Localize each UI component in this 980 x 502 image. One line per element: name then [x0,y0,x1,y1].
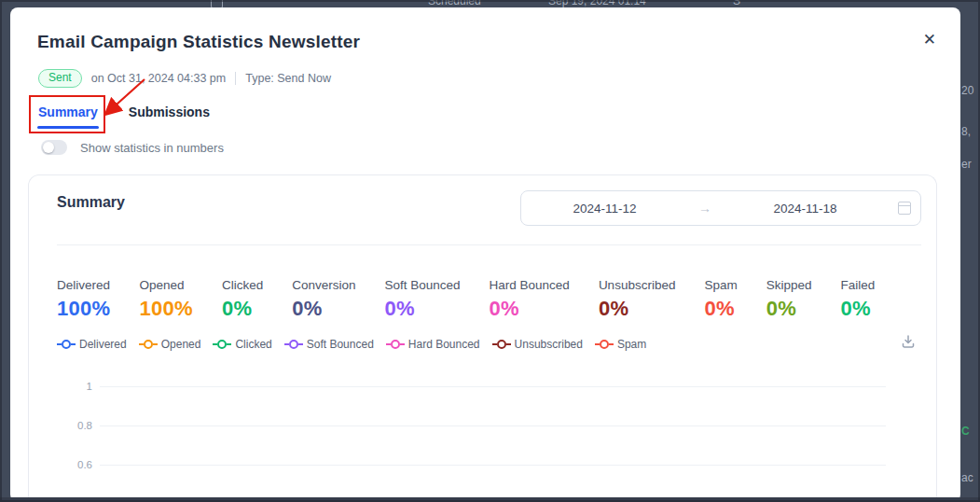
backdrop-status-text: Scheduled [428,0,481,7]
y-axis-tick-label: 0.8 [29,420,100,431]
legend-dot-icon [391,340,400,349]
legend-line-icon [153,343,158,345]
download-chart-button[interactable] [901,334,916,353]
toggle-knob [43,142,54,153]
meta-divider [235,72,236,85]
chart-gridline [100,386,886,387]
legend-dot-icon [62,340,71,349]
stat-item: Hard Bounced 0% [490,278,570,321]
arrow-right-icon: → [688,201,722,216]
campaign-type-text: Type: Send Now [245,72,331,85]
legend-item[interactable]: Soft Bounced [284,338,374,351]
legend-line-icon [609,343,614,345]
legend-dot-icon [497,340,506,349]
stat-label: Spam [704,278,737,292]
legend-label: Delivered [79,338,127,351]
stat-value: 0% [841,297,876,321]
stat-item: Clicked 0% [222,278,263,321]
stat-label: Soft Bounced [385,278,461,292]
stat-label: Skipped [766,278,812,292]
y-axis-tick-label: 1 [29,381,100,392]
legend-item[interactable]: Clicked [213,338,271,351]
stat-label: Delivered [57,278,110,292]
legend-line-icon [71,343,76,345]
legend-line-icon [298,343,303,345]
legend-line-icon [139,343,144,345]
legend-label: Opened [161,338,201,351]
stat-value: 100% [57,297,110,321]
stat-item: Soft Bounced 0% [385,278,461,321]
annotation-highlight-box [29,95,105,133]
stat-label: Hard Bounced [490,278,570,292]
date-range-end[interactable]: 2024-11-18 [722,202,889,216]
stat-value: 0% [292,297,355,321]
legend-item[interactable]: Opened [139,338,201,351]
stat-value: 100% [139,297,192,321]
backdrop-text-fragment: er [961,158,972,171]
stat-value: 0% [766,297,812,321]
close-icon[interactable]: ✕ [923,32,936,48]
backdrop-text-fragment: 20 [961,84,973,97]
stat-item: Failed 0% [841,278,876,321]
legend-item[interactable]: Hard Bounced [386,338,480,351]
stat-label: Clicked [222,278,263,292]
campaign-statistics-modal: Email Campaign Statistics Newsletter ✕ S… [10,7,960,502]
stat-value: 0% [222,297,263,321]
legend-line-icon [400,343,405,345]
annotation-arrow-icon [99,73,155,124]
campaign-meta-row: Sent on Oct 31, 2024 04:33 pm Type: Send… [38,69,331,88]
download-icon [901,334,916,349]
stat-value: 0% [490,297,570,321]
chart-grid-row: 0.8 [29,406,936,445]
status-badge: Sent [38,69,82,88]
stat-label: Conversion [292,278,355,292]
legend-item[interactable]: Delivered [57,338,127,351]
toggle-label: Show statistics in numbers [80,141,224,155]
calendar-icon[interactable] [889,202,920,215]
chart-gridline [100,425,886,426]
date-range-start[interactable]: 2024-11-12 [521,202,688,216]
chart-legend: Delivered Opened Clicked [57,338,646,351]
legend-label: Hard Bounced [408,338,480,351]
chart-grid-row: 0.6 [29,445,936,484]
chart-grid-row: 1 [29,367,936,406]
stat-item: Unsubscribed 0% [599,278,676,321]
backdrop-text-fragment: S [733,0,740,7]
legend-item[interactable]: Spam [595,338,646,351]
stat-value: 0% [704,297,737,321]
legend-dot-icon [144,340,153,349]
backdrop-datetime-text: Sep 19, 2024 01:14 [548,0,646,7]
backdrop-text-fragment: ac [961,471,973,484]
stat-value: 0% [385,297,461,321]
stat-label: Opened [139,278,192,292]
y-axis-tick-label: 0.6 [29,459,100,470]
legend-line-icon [506,343,511,345]
stat-label: Failed [841,278,876,292]
stat-label: Unsubscribed [599,278,676,292]
statistics-toggle-row: Show statistics in numbers [41,140,224,155]
card-header-divider [57,244,921,245]
stats-row: Delivered 100% Opened 100% Clicked 0% Co… [57,278,921,321]
legend-label: Soft Bounced [307,338,374,351]
stat-item: Conversion 0% [292,278,355,321]
stat-value: 0% [599,297,676,321]
backdrop-text-fragment: 8, [961,125,971,138]
stat-item: Skipped 0% [766,278,812,321]
legend-line-icon [227,343,231,345]
date-range-picker[interactable]: 2024-11-12 → 2024-11-18 [520,190,921,226]
backdrop-text-fragment: C [961,425,970,438]
show-statistics-toggle[interactable] [41,140,67,155]
legend-dot-icon [217,340,227,349]
modal-title: Email Campaign Statistics Newsletter [37,32,360,52]
line-chart-area: 1 0.8 0.6 0.4 [29,367,936,502]
stat-item: Delivered 100% [57,278,110,321]
stat-item: Opened 100% [139,278,192,321]
legend-dot-icon [600,340,609,349]
legend-line-icon [492,343,497,345]
summary-heading: Summary [57,194,125,211]
legend-label: Spam [617,338,646,351]
chart-gridline [100,465,886,466]
stat-item: Spam 0% [704,278,737,321]
legend-dot-icon [289,340,298,349]
legend-item[interactable]: Unsubscribed [492,338,583,351]
